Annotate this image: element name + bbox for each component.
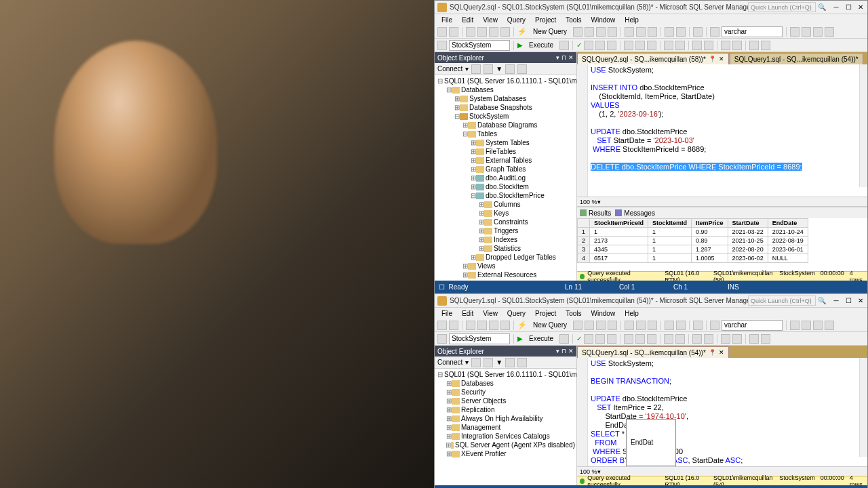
tree-stockitem[interactable]: ⊞dbo.StockItem xyxy=(436,182,575,191)
tree-columns[interactable]: ⊞Columns xyxy=(436,200,575,209)
explorer-tree[interactable]: ⊟SQL01 (SQL Server 16.0.1110.1 - SQL01\m… xyxy=(435,369,576,485)
tree-extres[interactable]: ⊞External Resources xyxy=(436,270,575,279)
pin-icon[interactable]: ⊓ xyxy=(561,348,566,354)
forward-button[interactable] xyxy=(449,27,458,37)
db-icon[interactable] xyxy=(437,41,447,50)
menu-edit[interactable]: Edit xyxy=(458,310,477,317)
tb2-btn-9[interactable] xyxy=(704,334,713,344)
tb2-btn-8[interactable] xyxy=(692,334,702,344)
tb-btn-5[interactable] xyxy=(693,27,703,37)
exp-tb-1[interactable] xyxy=(471,358,481,367)
tb-btn-10[interactable] xyxy=(825,27,834,37)
tb2-btn-10[interactable] xyxy=(721,41,730,50)
back-button[interactable] xyxy=(437,27,447,37)
tree-stocksys[interactable]: ⊟StockSystem xyxy=(436,112,575,121)
tab-close-icon[interactable]: ✕ xyxy=(719,349,724,356)
new-project-button[interactable] xyxy=(466,321,475,330)
dropdown-icon[interactable]: ▾ xyxy=(556,54,559,61)
copy-button[interactable] xyxy=(636,27,646,37)
tree-databases[interactable]: ⊞Databases xyxy=(436,379,575,388)
panel-close-icon[interactable]: ✕ xyxy=(568,348,574,354)
tb2-btn-7[interactable] xyxy=(675,41,685,50)
tb2-btn-13[interactable] xyxy=(761,334,770,344)
type-dropdown[interactable]: varchar xyxy=(722,26,783,37)
editor-scrollbar[interactable] xyxy=(859,64,867,187)
tree-dbsnap[interactable]: ⊞Database Snapshots xyxy=(436,103,575,112)
tb-btn-8[interactable] xyxy=(802,27,811,37)
tree-dropped[interactable]: ⊞Dropped Ledger Tables xyxy=(436,253,575,262)
tree-databases[interactable]: ⊟Databases xyxy=(436,85,575,94)
redo-button[interactable] xyxy=(676,321,686,330)
code-editor[interactable]: USE StockSystem; BEGIN TRANSACTION; UPDA… xyxy=(577,358,867,466)
menu-help[interactable]: Help xyxy=(620,310,643,317)
plan-button[interactable] xyxy=(584,334,593,344)
tb2-btn-4[interactable] xyxy=(635,334,645,344)
refresh-button[interactable] xyxy=(505,64,515,74)
new-query-button[interactable]: New Query xyxy=(529,26,571,37)
parse-icon[interactable]: ✓ xyxy=(576,41,582,49)
execute-button[interactable]: Execute xyxy=(525,333,557,344)
tree-serverobj[interactable]: ⊞Server Objects xyxy=(436,396,575,405)
search-icon[interactable]: 🔍 xyxy=(818,3,826,11)
filter-icon[interactable]: ▼ xyxy=(496,359,502,366)
refresh-button[interactable] xyxy=(505,358,515,367)
save-button[interactable] xyxy=(489,321,498,330)
tb2-btn-6[interactable] xyxy=(664,334,673,344)
tree-sqlagent[interactable]: ⊞SQL Server Agent (Agent XPs disabled) xyxy=(436,441,575,449)
exp-tb-3[interactable] xyxy=(517,64,527,74)
zoom-level[interactable]: 100 % xyxy=(580,199,597,205)
tb-btn-1[interactable] xyxy=(573,27,583,37)
tb2-btn-3[interactable] xyxy=(624,41,633,50)
open-button[interactable] xyxy=(477,321,487,330)
tb-btn-6[interactable] xyxy=(710,321,719,330)
tree-graphtables[interactable]: ⊞Graph Tables xyxy=(436,165,575,174)
tab-pin-icon[interactable]: 📍 xyxy=(709,349,716,356)
close-button[interactable]: ✕ xyxy=(856,297,865,305)
explorer-header[interactable]: Object Explorer ▾ ⊓ ✕ xyxy=(435,346,576,357)
tb-btn-1[interactable] xyxy=(573,321,583,330)
tb-btn-6[interactable] xyxy=(710,27,719,37)
tree-exttables[interactable]: ⊞External Tables xyxy=(436,156,575,165)
close-button[interactable]: ✕ xyxy=(856,3,865,12)
tb2-btn-1[interactable] xyxy=(595,41,605,50)
new-query-button[interactable]: New Query xyxy=(529,320,571,331)
exp-tb-2[interactable] xyxy=(484,64,493,74)
exp-tb-1[interactable] xyxy=(471,64,481,74)
type-dropdown[interactable]: varchar xyxy=(722,320,783,331)
tb2-btn-6[interactable] xyxy=(664,41,673,50)
tb-btn-4[interactable] xyxy=(608,27,617,37)
tb2-btn-5[interactable] xyxy=(647,334,656,344)
code-content[interactable]: USE StockSystem; INSERT INTO dbo.StockIt… xyxy=(588,64,867,197)
tree-server[interactable]: ⊟SQL01 (SQL Server 16.0.1110.1 - SQL01\m… xyxy=(436,370,575,379)
execute-button[interactable]: Execute xyxy=(525,40,557,51)
new-project-button[interactable] xyxy=(466,27,475,37)
paste-button[interactable] xyxy=(648,27,657,37)
connect-button[interactable]: Connect xyxy=(437,359,462,366)
tb2-btn-7[interactable] xyxy=(675,334,685,344)
tb-btn-9[interactable] xyxy=(813,27,823,37)
open-button[interactable] xyxy=(477,27,487,37)
panel-close-icon[interactable]: ✕ xyxy=(568,54,574,61)
editor-scrollbar[interactable] xyxy=(859,358,867,457)
tb-btn-10[interactable] xyxy=(825,321,834,330)
code-editor[interactable]: USE StockSystem; INSERT INTO dbo.StockIt… xyxy=(577,64,867,197)
tb2-btn-12[interactable] xyxy=(749,334,759,344)
tb-btn-7[interactable] xyxy=(790,321,800,330)
tab-query1[interactable]: SQLQuery1.sql - SQ...ikemcquillan (54))*… xyxy=(577,346,729,358)
tree-systables[interactable]: ⊞System Tables xyxy=(436,138,575,147)
menu-file[interactable]: File xyxy=(437,310,456,317)
tree-stockitemprice[interactable]: ⊟dbo.StockItemPrice xyxy=(436,191,575,200)
intellisense-popup[interactable]: EndDat EndDate xyxy=(626,419,676,466)
undo-button[interactable] xyxy=(665,27,674,37)
tab-query2[interactable]: SQLQuery2.sql - SQ...ikemcquillan (58))*… xyxy=(577,53,729,64)
tab-query1[interactable]: SQLQuery1.sql - SQ...ikemcquillan (54))* xyxy=(730,53,863,64)
menu-tools[interactable]: Tools xyxy=(561,16,585,24)
db-icon[interactable] xyxy=(437,334,447,344)
tree-server[interactable]: ⊟SQL01 (SQL Server 16.0.1110.1 - SQL01\m… xyxy=(436,77,575,85)
search-icon[interactable]: 🔍 xyxy=(818,297,826,304)
tb2-btn-2[interactable] xyxy=(607,41,616,50)
redo-button[interactable] xyxy=(676,27,686,37)
tb2-btn-3[interactable] xyxy=(624,334,633,344)
tb-btn-3[interactable] xyxy=(596,27,606,37)
tb-btn-4[interactable] xyxy=(608,321,617,330)
